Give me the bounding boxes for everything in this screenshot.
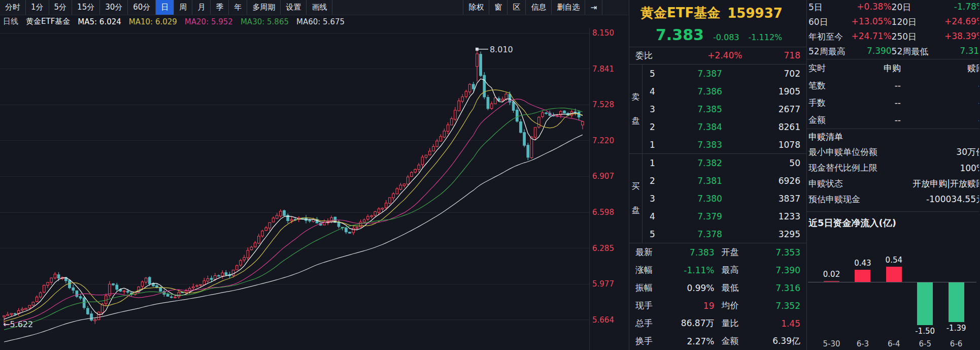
candle-body bbox=[126, 291, 129, 292]
candle-body bbox=[83, 298, 85, 307]
weibi-label: 委比 bbox=[635, 50, 666, 61]
toolbar-item-窗[interactable]: 窗 bbox=[489, 0, 508, 15]
candle-body bbox=[516, 110, 518, 121]
perf-label: 60日 bbox=[808, 16, 828, 28]
realtime-col: 赎回 bbox=[901, 62, 979, 74]
ask-row-1[interactable]: 17.3831078 bbox=[643, 136, 806, 153]
perf-row-0: 5日+0.38%20日-1.78% bbox=[807, 0, 979, 15]
level-price: 7.382 bbox=[665, 158, 755, 168]
flow-x-label: 6-6 bbox=[941, 339, 971, 348]
realtime-header: 实时申购赎回 bbox=[807, 59, 979, 77]
period-tab-60分[interactable]: 60分 bbox=[128, 0, 156, 15]
legend-instrument-name: 黄金ETF基金 bbox=[26, 17, 70, 26]
period-tab-画线[interactable]: 画线 bbox=[307, 0, 332, 15]
level-volume: 1905 bbox=[755, 86, 800, 97]
candle-body bbox=[411, 172, 413, 176]
flow-bar-6-5 bbox=[917, 282, 933, 325]
ask-row-3[interactable]: 37.3852677 bbox=[643, 100, 806, 118]
candle-body bbox=[97, 312, 100, 320]
period-tab-季[interactable]: 季 bbox=[211, 0, 229, 15]
realtime-row-0: 笔数---- bbox=[807, 77, 979, 94]
candle-body bbox=[414, 170, 417, 172]
candle-body bbox=[123, 291, 125, 292]
realtime-subscription-block: 实时申购赎回笔数----手数----金额---- bbox=[807, 59, 979, 129]
flow-bar-value: 0.02 bbox=[817, 270, 847, 279]
ask-rows: 57.38770247.386190537.385267727.38482611… bbox=[643, 65, 806, 153]
perf-value: 7.390 bbox=[867, 46, 892, 57]
perf-half: 60日+13.05% bbox=[808, 16, 892, 28]
toolbar-item-区[interactable]: 区 bbox=[508, 0, 526, 15]
period-tab-多周期[interactable]: 多周期 bbox=[247, 0, 281, 15]
price-row: 7.383 -0.083 -1.112% bbox=[629, 26, 806, 47]
ask-row-4[interactable]: 47.3861905 bbox=[643, 82, 806, 100]
bid-row-5[interactable]: 57.3783295 bbox=[643, 225, 806, 243]
perf-label: 20日 bbox=[892, 2, 911, 13]
candle-body bbox=[501, 99, 504, 101]
realtime-row-1: 手数---- bbox=[807, 94, 979, 111]
toolbar-item-删自选[interactable]: 删自选 bbox=[552, 0, 585, 15]
ask-row-2[interactable]: 27.3848261 bbox=[643, 118, 806, 136]
candle-body bbox=[90, 314, 93, 320]
period-tab-分时[interactable]: 分时 bbox=[0, 0, 26, 15]
period-tab-5分[interactable]: 5分 bbox=[49, 0, 73, 15]
bid-row-1[interactable]: 17.38250 bbox=[643, 154, 806, 172]
period-tab-年[interactable]: 年 bbox=[229, 0, 247, 15]
candle-body bbox=[527, 145, 529, 157]
candle-body bbox=[174, 297, 177, 298]
candle-body bbox=[494, 98, 496, 104]
bid-row-4[interactable]: 47.3791233 bbox=[643, 207, 806, 225]
side-char: 卖 bbox=[632, 92, 640, 103]
level-label: 3 bbox=[650, 194, 665, 204]
candle-body bbox=[290, 219, 293, 220]
realtime-value: -- bbox=[901, 115, 979, 125]
period-tab-1分[interactable]: 1分 bbox=[26, 0, 49, 15]
perf-half: 250日+38.39% bbox=[892, 31, 979, 43]
ma-legend-item-0: MA5: 6.024 bbox=[78, 17, 121, 26]
ask-row-5[interactable]: 57.387702 bbox=[643, 65, 806, 82]
period-tab-日[interactable]: 日 bbox=[156, 0, 174, 15]
stat-label: 最新 bbox=[635, 246, 665, 258]
stat-label: 开盘 bbox=[722, 246, 751, 258]
candle-body bbox=[247, 250, 249, 258]
perf-label: 250日 bbox=[892, 31, 917, 43]
flow-x-label: 5-30 bbox=[817, 339, 847, 348]
realtime-col: 实时 bbox=[808, 62, 854, 74]
stat-label: 均价 bbox=[722, 300, 751, 311]
period-tab-设置[interactable]: 设置 bbox=[281, 0, 307, 15]
bid-row-2[interactable]: 27.3816926 bbox=[643, 172, 806, 189]
candle-body bbox=[276, 215, 278, 218]
fund-flow-section: 近5日资金净流入(亿) 0.025-300.436-30.546-4-1.506… bbox=[807, 212, 979, 349]
period-tab-周[interactable]: 周 bbox=[174, 0, 192, 15]
toolbar-item-除权[interactable]: 除权 bbox=[463, 0, 489, 15]
level-label: 4 bbox=[650, 211, 665, 221]
redemption-row-1: 现金替代比例上限100% bbox=[807, 160, 979, 176]
collapse-right-icon[interactable]: ⇥ bbox=[585, 0, 602, 15]
period-tab-30分[interactable]: 30分 bbox=[100, 0, 128, 15]
candle-body bbox=[407, 177, 409, 184]
flow-bar-6-3 bbox=[855, 270, 870, 282]
redemption-value: 30万份 bbox=[956, 146, 979, 158]
candle-body bbox=[3, 316, 6, 317]
stat-row-3: 现手19均价7.352 bbox=[629, 297, 806, 314]
candle-body bbox=[374, 212, 377, 215]
candle-body bbox=[356, 228, 358, 228]
stat-value: 0.99% bbox=[665, 283, 715, 293]
redemption-row-2: 申赎状态开放申购|开放赎回 bbox=[807, 176, 979, 192]
y-axis-label: 6.907 bbox=[592, 172, 614, 181]
bid-row-3[interactable]: 37.3803837 bbox=[643, 189, 806, 207]
perf-row-3: 52周最高7.39052周最低7.316 bbox=[807, 44, 979, 59]
side-char: 盘 bbox=[632, 116, 640, 126]
instrument-code: 159937 bbox=[727, 6, 783, 21]
period-tab-15分[interactable]: 15分 bbox=[72, 0, 100, 15]
candle-body bbox=[480, 54, 482, 76]
period-tab-月[interactable]: 月 bbox=[192, 0, 211, 15]
toolbar-item-信息[interactable]: 信息 bbox=[526, 0, 552, 15]
y-axis-label: 5.664 bbox=[592, 315, 614, 325]
candle-body bbox=[367, 216, 369, 219]
candle-body bbox=[258, 236, 260, 243]
perf-half: 52周最高7.390 bbox=[808, 46, 892, 57]
kline-chart[interactable]: 8.1507.8417.5287.2206.9076.5986.2855.977… bbox=[0, 28, 629, 350]
ask-side-label: 卖盘 bbox=[629, 65, 643, 153]
low-annotation: ←5.622 bbox=[3, 320, 33, 329]
perf-row-1: 60日+13.05%120日+24.69% bbox=[807, 15, 979, 29]
